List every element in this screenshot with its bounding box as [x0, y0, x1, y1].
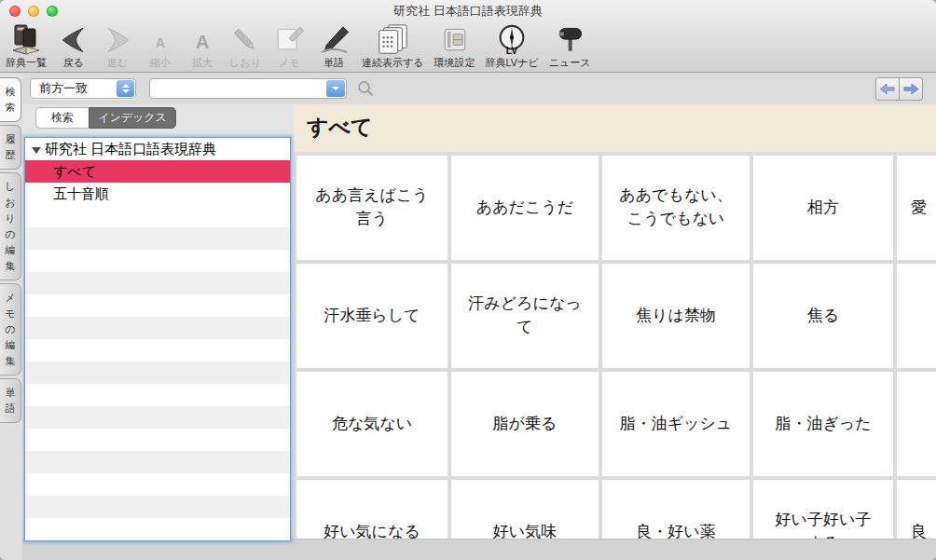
app-window: 研究社 日本語口語表現辞典 辞典一覧戻る進むA縮小A拡大しおりメモ単語連続表示す… — [0, 0, 936, 560]
side-tab-search[interactable]: 検索 — [0, 77, 21, 122]
tree-empty-rows — [25, 205, 290, 541]
news-button[interactable]: ニュース — [549, 22, 591, 69]
entry-cell[interactable]: 汗水垂らして — [296, 264, 447, 368]
dictionary-list-button[interactable]: 辞典一覧 — [6, 22, 47, 69]
svg-text:A: A — [156, 34, 166, 49]
entry-cell[interactable]: 良・好い薬 — [602, 480, 750, 539]
preferences-button-label: 環境設定 — [434, 57, 475, 69]
content-back-button[interactable] — [875, 77, 900, 101]
entry-cell[interactable]: 好い子好い子する — [753, 480, 893, 539]
back-button-label: 戻る — [63, 57, 84, 69]
popup-stepper-icon — [117, 80, 134, 97]
forward-icon — [101, 22, 134, 57]
entry-cell[interactable] — [897, 372, 936, 476]
entry-cell[interactable]: 相方 — [753, 156, 893, 260]
window-chrome: 研究社 日本語口語表現辞典 辞典一覧戻る進むA縮小A拡大しおりメモ単語連続表示す… — [0, 0, 936, 73]
disclosure-triangle-icon[interactable] — [32, 147, 41, 154]
content-forward-button[interactable] — [899, 77, 923, 101]
tree-item-label: すべて — [53, 160, 96, 183]
svg-text:LV: LV — [506, 46, 518, 56]
search-bar: 前方一致 — [22, 73, 936, 104]
entries-grid: ああ言えばこう言うああだこうだああでもない、こうでもない相方愛汗水垂らして汗みど… — [294, 152, 936, 539]
tree-item-row[interactable]: すべて — [25, 160, 290, 183]
forward-button[interactable]: 進む — [101, 22, 134, 69]
bookmark-icon — [228, 22, 262, 57]
tab-index[interactable]: インデックス — [89, 107, 176, 129]
continuous-display-button-label: 連続表示する — [362, 57, 424, 69]
entry-cell[interactable]: 脂・油ギッシュ — [602, 372, 750, 476]
continuous-display-icon — [373, 22, 412, 57]
right-arrow-icon — [902, 83, 919, 95]
entry-cell[interactable]: 好い気になる — [296, 480, 447, 539]
entry-cell[interactable]: ああ言えばこう言う — [296, 156, 447, 260]
title-bar: 研究社 日本語口語表現辞典 — [0, 0, 936, 19]
preferences-icon — [438, 22, 472, 57]
content-header: すべて — [294, 104, 936, 152]
dictionary-list-icon — [7, 22, 45, 57]
window-title: 研究社 日本語口語表現辞典 — [0, 3, 936, 20]
bookmark-button[interactable]: しおり — [228, 22, 262, 69]
word-button[interactable]: 単語 — [316, 22, 351, 69]
enlarge-text-button[interactable]: A拡大 — [186, 22, 218, 69]
combo-dropdown-button[interactable] — [326, 80, 345, 97]
entry-cell[interactable] — [897, 264, 936, 368]
index-tree-panel: 研究社 日本語口語表現辞典 すべて五十音順 — [24, 137, 291, 541]
preferences-button[interactable]: 環境設定 — [434, 22, 475, 69]
entry-cell[interactable]: 脂・油ぎった — [753, 372, 893, 476]
memo-button-label: メモ — [279, 57, 300, 69]
entry-cell[interactable]: 汗みどろになって — [451, 264, 599, 368]
match-mode-popup[interactable]: 前方一致 — [30, 78, 136, 99]
search-input[interactable] — [154, 80, 322, 97]
tab-search[interactable]: 検索 — [35, 107, 89, 129]
toolbar: 辞典一覧戻る進むA縮小A拡大しおりメモ単語連続表示する環境設定LV辞典LVナビニ… — [0, 19, 936, 73]
bookmark-button-label: しおり — [229, 57, 261, 69]
side-tab-words[interactable]: 単語 — [0, 378, 21, 423]
entry-cell[interactable]: ああでもない、こうでもない — [602, 156, 750, 260]
dictionary-list-button-label: 辞典一覧 — [6, 57, 47, 69]
side-tab-strip: 検索履歴しおりの編集メモの編集単語 — [0, 73, 22, 560]
entry-cell[interactable]: 良 — [897, 480, 936, 539]
memo-button[interactable]: メモ — [272, 22, 306, 69]
side-tab-memo-edit[interactable]: メモの編集 — [0, 283, 21, 376]
entry-cell[interactable]: 脂が乗る — [451, 372, 599, 476]
tree-item-row[interactable]: 五十音順 — [25, 183, 290, 205]
word-icon — [316, 22, 351, 57]
shrink-text-button[interactable]: A縮小 — [145, 22, 176, 69]
dictionary-lv-navi-button-label: 辞典LVナビ — [486, 57, 539, 69]
forward-button-label: 進む — [107, 57, 128, 69]
main-content: すべて ああ言えばこう言うああだこうだああでもない、こうでもない相方愛汗水垂らし… — [294, 104, 936, 539]
lv-navi-icon: LV — [494, 22, 530, 57]
window-bottom-edge — [0, 539, 936, 560]
content-nav-buttons — [875, 77, 923, 101]
entry-cell[interactable]: 焦る — [753, 264, 893, 368]
search-combobox — [149, 78, 347, 99]
tree-root-label: 研究社 日本語口語表現辞典 — [45, 138, 216, 160]
tree-item-label: 五十音順 — [53, 183, 109, 205]
back-icon — [57, 22, 90, 57]
entry-cell[interactable]: ああだこうだ — [451, 156, 599, 260]
entry-cell[interactable]: 焦りは禁物 — [602, 264, 750, 368]
entry-cell[interactable]: 危な気ない — [296, 372, 447, 476]
side-tab-bookmark-edit[interactable]: しおりの編集 — [0, 172, 21, 280]
news-button-label: ニュース — [549, 57, 591, 69]
entry-cell[interactable]: 愛 — [897, 156, 936, 260]
search-index-tabs: 検索インデックス — [35, 107, 176, 129]
news-icon — [553, 22, 586, 57]
enlarge-text-icon: A — [186, 22, 218, 57]
tree-root-row[interactable]: 研究社 日本語口語表現辞典 — [25, 138, 290, 160]
memo-icon — [272, 22, 306, 57]
enlarge-text-button-label: 拡大 — [192, 57, 213, 69]
shrink-text-icon: A — [145, 22, 176, 57]
shrink-text-button-label: 縮小 — [150, 57, 171, 69]
match-mode-value: 前方一致 — [39, 81, 88, 95]
dictionary-lv-navi-button[interactable]: LV辞典LVナビ — [486, 22, 539, 69]
back-button[interactable]: 戻る — [57, 22, 90, 69]
svg-text:A: A — [196, 32, 210, 52]
left-arrow-icon — [879, 83, 896, 95]
word-button-label: 単語 — [323, 57, 344, 69]
search-icon[interactable] — [356, 79, 375, 98]
continuous-display-button[interactable]: 連続表示する — [362, 22, 424, 69]
side-tab-history[interactable]: 履歴 — [0, 125, 21, 170]
entry-cell[interactable]: 好い気味 — [451, 480, 599, 539]
